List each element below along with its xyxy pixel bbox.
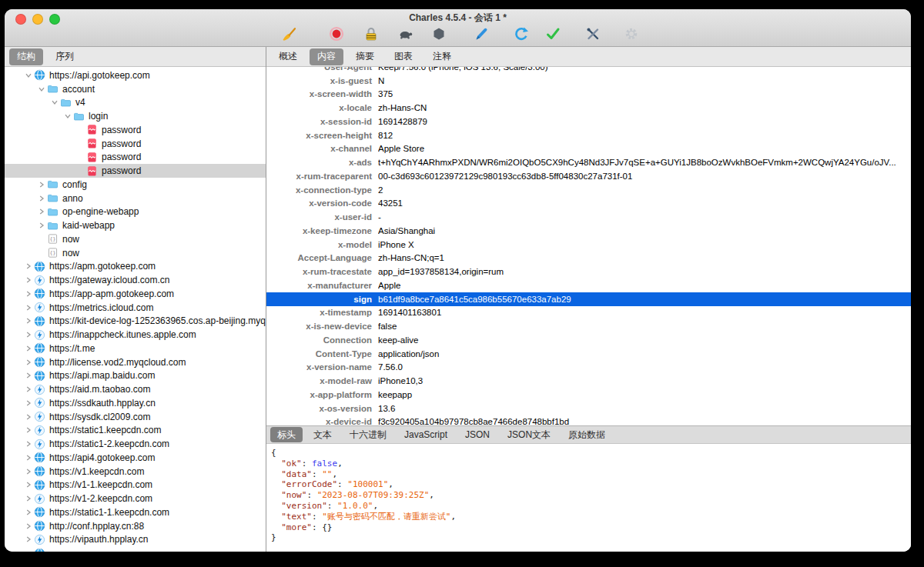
- tree-item[interactable]: https://v1.keepcdn.com: [5, 465, 266, 479]
- chevron-right-icon[interactable]: [23, 441, 33, 447]
- header-row[interactable]: x-rum-tracestateapp_id=1937858134,origin…: [266, 265, 911, 278]
- header-row[interactable]: x-device-idf3c920405a104b97978cb8ae7466d…: [266, 415, 911, 426]
- chevron-right-icon[interactable]: [23, 332, 33, 338]
- header-row[interactable]: x-timestamp1691401163801: [266, 306, 911, 320]
- chevron-right-icon[interactable]: [23, 400, 33, 406]
- detail-tab-overview[interactable]: 概述: [271, 48, 305, 65]
- tree-item[interactable]: anno: [5, 192, 266, 205]
- chevron-right-icon[interactable]: [23, 482, 33, 488]
- tree-item[interactable]: password: [5, 123, 266, 137]
- repeat-refresh-icon[interactable]: [513, 25, 530, 42]
- chevron-right-icon[interactable]: [23, 291, 33, 297]
- chevron-right-icon[interactable]: [23, 523, 33, 529]
- tree-item[interactable]: config: [5, 178, 266, 192]
- header-row[interactable]: x-screen-width375: [266, 88, 911, 102]
- tree-item[interactable]: https://metrics.icloud.com: [5, 301, 266, 315]
- tree-item[interactable]: password: [5, 137, 266, 151]
- tree-item[interactable]: http://conf.hpplay.cn:88: [5, 519, 266, 533]
- chevron-down-icon[interactable]: [23, 72, 33, 78]
- header-row[interactable]: x-connection-type2: [266, 183, 911, 197]
- tree-item[interactable]: https://static1.keepcdn.com: [5, 424, 266, 438]
- tree-item[interactable]: https://vipauth.hpplay.cn: [5, 533, 266, 547]
- response-tab-hex[interactable]: 十六进制: [343, 427, 393, 442]
- header-row[interactable]: x-os-version13.6: [266, 402, 911, 415]
- chevron-right-icon[interactable]: [23, 386, 33, 392]
- response-tab-javascript[interactable]: JavaScript: [397, 429, 454, 442]
- response-tab-text[interactable]: 文本: [306, 427, 339, 442]
- ssl-lock-icon[interactable]: [363, 25, 380, 42]
- header-row[interactable]: Connectionkeep-alive: [266, 333, 911, 347]
- chevron-right-icon[interactable]: [23, 455, 33, 461]
- chevron-right-icon[interactable]: [23, 414, 33, 420]
- chevron-right-icon[interactable]: [36, 182, 46, 188]
- header-row[interactable]: User-AgentKeep/7.56.0 (iPhone; iOS 13.6;…: [266, 67, 911, 74]
- breakpoints-hexagon-icon[interactable]: [430, 25, 447, 42]
- validate-check-icon[interactable]: [544, 25, 561, 42]
- tree-item[interactable]: https://apm.gotokeep.com: [5, 260, 266, 274]
- response-tab-json-text[interactable]: JSON文本: [500, 427, 557, 442]
- tree-item[interactable]: https://api.map.baidu.com: [5, 369, 266, 383]
- header-row[interactable]: x-is-new-devicefalse: [266, 319, 911, 333]
- tree-item[interactable]: [5, 546, 266, 552]
- title-bar[interactable]: Charles 4.5.4 - 会话 1 *: [5, 9, 911, 25]
- tree-item[interactable]: v4: [5, 96, 266, 110]
- response-tab-raw[interactable]: 原始数据: [561, 427, 612, 442]
- tools-icon[interactable]: [584, 25, 601, 42]
- chevron-right-icon[interactable]: [36, 195, 46, 202]
- tree-item[interactable]: login: [5, 109, 266, 123]
- header-row[interactable]: signb61df9a8bce7a8641c5ca986b55670e633a7…: [266, 292, 911, 306]
- header-row[interactable]: x-version-name7.56.0: [266, 361, 911, 375]
- sidebar-tab-structure[interactable]: 结构: [9, 48, 43, 65]
- tree-item[interactable]: https://api.gotokeep.com: [5, 68, 266, 82]
- header-row[interactable]: x-localezh-Hans-CN: [266, 101, 911, 115]
- zoom-button[interactable]: [49, 14, 60, 25]
- tree-item[interactable]: https://gateway.icloud.com.cn: [5, 273, 266, 287]
- tree-item[interactable]: password: [5, 151, 266, 165]
- chevron-right-icon[interactable]: [23, 359, 33, 365]
- settings-gear-icon[interactable]: [623, 25, 640, 42]
- header-row[interactable]: x-rum-traceparent00-c3d693c60123972129c9…: [266, 169, 911, 183]
- tree-item[interactable]: https://v1-1.keepcdn.com: [5, 479, 266, 492]
- tree-item[interactable]: https://aid.m.taobao.com: [5, 382, 266, 396]
- header-row[interactable]: x-manufacturerApple: [266, 278, 911, 292]
- chevron-right-icon[interactable]: [23, 495, 33, 502]
- tree-item[interactable]: https://kit-device-log-1252363965.cos.ap…: [5, 315, 266, 329]
- header-row[interactable]: Accept-Languagezh-Hans-CN;q=1: [266, 252, 911, 265]
- tree-item[interactable]: https://static1-1.keepcdn.com: [5, 505, 266, 519]
- chevron-right-icon[interactable]: [23, 263, 33, 269]
- tree-item[interactable]: {}now: [5, 246, 266, 260]
- clear-broom-icon[interactable]: [280, 25, 297, 42]
- tree-item[interactable]: op-engine-webapp: [5, 205, 266, 219]
- sidebar-tab-sequence[interactable]: 序列: [48, 48, 82, 65]
- response-tab-json[interactable]: JSON: [458, 429, 497, 442]
- chevron-down-icon[interactable]: [36, 86, 46, 92]
- tree-item[interactable]: password: [5, 164, 266, 178]
- chevron-right-icon[interactable]: [23, 469, 33, 475]
- chevron-right-icon[interactable]: [23, 318, 33, 324]
- chevron-right-icon[interactable]: [23, 345, 33, 352]
- tree-item[interactable]: https://ssdkauth.hpplay.cn: [5, 396, 266, 410]
- chevron-right-icon[interactable]: [36, 222, 46, 228]
- tree-item[interactable]: https://static1-2.keepcdn.com: [5, 437, 266, 451]
- chevron-right-icon[interactable]: [23, 372, 33, 379]
- header-row[interactable]: x-model-rawiPhone10,3: [266, 374, 911, 388]
- tree-item[interactable]: https://inappcheck.itunes.apple.com: [5, 328, 266, 342]
- close-button[interactable]: [15, 14, 26, 25]
- chevron-right-icon[interactable]: [23, 427, 33, 433]
- detail-tab-chart[interactable]: 图表: [387, 48, 420, 65]
- header-row[interactable]: x-adst+hYqChY4ARhmxPXDN/WR6mi2OIQbO5CX9h…: [266, 155, 911, 169]
- header-row[interactable]: x-session-id1691428879: [266, 115, 911, 128]
- compose-pen-icon[interactable]: [473, 25, 490, 42]
- header-row[interactable]: Content-Typeapplication/json: [266, 347, 911, 361]
- chevron-right-icon[interactable]: [23, 536, 33, 542]
- tree-item[interactable]: http://license.vod2.myqcloud.com: [5, 355, 266, 369]
- record-icon[interactable]: [328, 25, 345, 42]
- tree-item[interactable]: https://api4.gotokeep.com: [5, 451, 266, 465]
- header-row[interactable]: x-user-id-: [266, 210, 911, 224]
- detail-tab-contents[interactable]: 内容: [310, 48, 343, 65]
- header-row[interactable]: x-is-guestN: [266, 74, 911, 88]
- minimize-button[interactable]: [32, 14, 43, 25]
- detail-tab-summary[interactable]: 摘要: [348, 48, 382, 65]
- tree-item[interactable]: {}now: [5, 232, 266, 246]
- tree-item[interactable]: https://t.me: [5, 342, 266, 355]
